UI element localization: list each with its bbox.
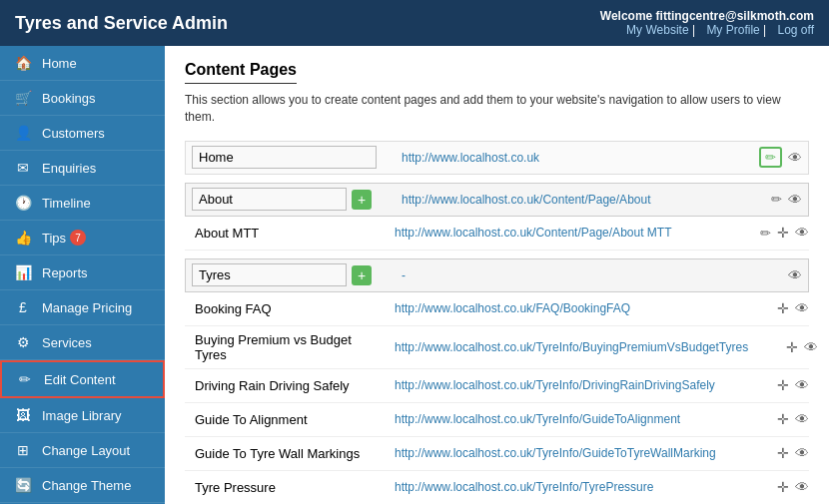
table-row: http://www.localhost.co.uk ✏ 👁 bbox=[185, 141, 809, 175]
tyres-row-url: - bbox=[392, 268, 732, 282]
main-content: Content Pages This section allows you to… bbox=[165, 46, 829, 504]
sidebar-item-change-layout[interactable]: ⊞ Change Layout bbox=[0, 433, 165, 468]
buying-premium-name: Buying Premium vs Budget Tyres bbox=[185, 332, 385, 362]
sidebar-label-home: Home bbox=[42, 56, 77, 71]
sidebar-label-change-layout: Change Layout bbox=[42, 443, 130, 458]
timeline-icon: 🕐 bbox=[12, 195, 34, 211]
guide-tyre-wall-view-icon[interactable]: 👁 bbox=[795, 445, 809, 461]
driving-rain-move-icon[interactable]: ✛ bbox=[777, 377, 789, 393]
booking-faq-actions: ✛ 👁 bbox=[739, 300, 809, 316]
sidebar-item-services[interactable]: ⚙ Services bbox=[0, 325, 165, 360]
guide-alignment-actions: ✛ 👁 bbox=[739, 411, 809, 427]
about-mtt-move-icon[interactable]: ✛ bbox=[777, 225, 789, 241]
home-row-name bbox=[192, 146, 392, 169]
my-profile-link[interactable]: My Profile bbox=[706, 23, 759, 37]
sidebar-item-enquiries[interactable]: ✉ Enquiries bbox=[0, 151, 165, 186]
log-off-link[interactable]: Log off bbox=[778, 23, 814, 37]
guide-tyre-wall-move-icon[interactable]: ✛ bbox=[777, 445, 789, 461]
about-view-icon[interactable]: 👁 bbox=[788, 192, 802, 208]
edit-icon[interactable]: ✏ bbox=[759, 147, 782, 168]
sidebar-label-image-library: Image Library bbox=[42, 408, 121, 423]
guide-tyre-wall-url: http://www.localhost.co.uk/TyreInfo/Guid… bbox=[385, 446, 739, 460]
table-row: Guide To Tyre Wall Markings http://www.l… bbox=[185, 437, 809, 471]
sidebar-label-timeline: Timeline bbox=[42, 196, 91, 211]
table-row: + http://www.localhost.co.uk/Content/Pag… bbox=[185, 183, 809, 217]
services-icon: ⚙ bbox=[12, 334, 34, 350]
my-website-link[interactable]: My Website bbox=[626, 23, 688, 37]
about-mtt-name: About MTT bbox=[185, 226, 385, 241]
tyres-name-input[interactable] bbox=[192, 263, 347, 286]
sidebar-item-tips[interactable]: 👍 Tips 7 bbox=[0, 221, 165, 255]
table-row: Tyre Pressure http://www.localhost.co.uk… bbox=[185, 471, 809, 504]
home-row-url: http://www.localhost.co.uk bbox=[392, 151, 732, 165]
bookings-icon: 🛒 bbox=[12, 90, 34, 106]
image-library-icon: 🖼 bbox=[12, 407, 34, 423]
table-row: Guide To Alignment http://www.localhost.… bbox=[185, 403, 809, 437]
sidebar-item-edit-content[interactable]: ✏ Edit Content bbox=[0, 360, 165, 398]
about-mtt-view-icon[interactable]: 👁 bbox=[795, 225, 809, 241]
tyres-add-button[interactable]: + bbox=[352, 265, 372, 285]
table-row: Booking FAQ http://www.localhost.co.uk/F… bbox=[185, 292, 809, 326]
about-name-input[interactable] bbox=[192, 188, 347, 211]
about-row-url: http://www.localhost.co.uk/Content/Page/… bbox=[392, 193, 732, 207]
table-row: Buying Premium vs Budget Tyres http://ww… bbox=[185, 326, 809, 369]
sidebar-item-manage-pricing[interactable]: £ Manage Pricing bbox=[0, 290, 165, 325]
sidebar-item-bookings[interactable]: 🛒 Bookings bbox=[0, 81, 165, 116]
booking-faq-url: http://www.localhost.co.uk/FAQ/BookingFA… bbox=[385, 301, 739, 315]
app-title: Tyres and Service Admin bbox=[15, 13, 228, 34]
tyre-pressure-view-icon[interactable]: 👁 bbox=[795, 479, 809, 495]
tips-badge: 7 bbox=[70, 230, 86, 246]
guide-alignment-name: Guide To Alignment bbox=[185, 412, 385, 427]
guide-alignment-move-icon[interactable]: ✛ bbox=[777, 411, 789, 427]
tyre-pressure-name: Tyre Pressure bbox=[185, 480, 385, 495]
sidebar-item-reports[interactable]: 📊 Reports bbox=[0, 255, 165, 290]
sidebar-item-image-library[interactable]: 🖼 Image Library bbox=[0, 398, 165, 433]
buying-premium-url: http://www.localhost.co.uk/TyreInfo/Buyi… bbox=[385, 340, 748, 354]
about-mtt-edit-icon[interactable]: ✏ bbox=[760, 226, 771, 241]
change-theme-icon: 🔄 bbox=[12, 477, 34, 493]
header: Tyres and Service Admin Welcome fittingc… bbox=[0, 0, 829, 46]
tyre-pressure-move-icon[interactable]: ✛ bbox=[777, 479, 789, 495]
tyre-pressure-actions: ✛ 👁 bbox=[739, 479, 809, 495]
about-group-name-container: + bbox=[192, 188, 392, 211]
sidebar-item-customers[interactable]: 👤 Customers bbox=[0, 116, 165, 151]
sidebar-label-customers: Customers bbox=[42, 126, 105, 141]
manage-pricing-icon: £ bbox=[12, 299, 34, 315]
sidebar-label-enquiries: Enquiries bbox=[42, 161, 96, 176]
guide-tyre-wall-actions: ✛ 👁 bbox=[739, 445, 809, 461]
edit-content-icon: ✏ bbox=[14, 371, 36, 387]
driving-rain-url: http://www.localhost.co.uk/TyreInfo/Driv… bbox=[385, 378, 739, 392]
home-icon: 🏠 bbox=[12, 55, 34, 71]
about-mtt-actions: ✏ ✛ 👁 bbox=[739, 225, 809, 241]
driving-rain-name: Driving Rain Driving Safely bbox=[185, 378, 385, 393]
sidebar-label-reports: Reports bbox=[42, 265, 88, 280]
table-row: + - 👁 bbox=[185, 258, 809, 292]
table-row: Driving Rain Driving Safely http://www.l… bbox=[185, 369, 809, 403]
booking-faq-move-icon[interactable]: ✛ bbox=[777, 300, 789, 316]
buying-premium-view-icon[interactable]: 👁 bbox=[804, 339, 818, 355]
buying-premium-move-icon[interactable]: ✛ bbox=[786, 339, 798, 355]
driving-rain-actions: ✛ 👁 bbox=[739, 377, 809, 393]
booking-faq-view-icon[interactable]: 👁 bbox=[795, 300, 809, 316]
change-layout-icon: ⊞ bbox=[12, 442, 34, 458]
tyres-view-icon[interactable]: 👁 bbox=[788, 267, 802, 283]
page-description: This section allows you to create conten… bbox=[185, 92, 809, 126]
sidebar-item-timeline[interactable]: 🕐 Timeline bbox=[0, 186, 165, 221]
header-right: Welcome fittingcentre@silkmoth.com My We… bbox=[600, 9, 814, 37]
sidebar-item-change-theme[interactable]: 🔄 Change Theme bbox=[0, 468, 165, 503]
welcome-text: Welcome fittingcentre@silkmoth.com bbox=[600, 9, 814, 23]
buying-premium-actions: ✛ 👁 bbox=[748, 339, 818, 355]
about-edit-icon[interactable]: ✏ bbox=[771, 192, 782, 207]
sidebar: 🏠 Home 🛒 Bookings 👤 Customers ✉ Enquirie… bbox=[0, 46, 165, 504]
guide-alignment-view-icon[interactable]: 👁 bbox=[795, 411, 809, 427]
sidebar-label-bookings: Bookings bbox=[42, 91, 95, 106]
reports-icon: 📊 bbox=[12, 264, 34, 280]
view-icon[interactable]: 👁 bbox=[788, 150, 802, 166]
sidebar-label-tips: Tips bbox=[42, 231, 66, 246]
home-name-input[interactable] bbox=[192, 146, 377, 169]
driving-rain-view-icon[interactable]: 👁 bbox=[795, 377, 809, 393]
layout: 🏠 Home 🛒 Bookings 👤 Customers ✉ Enquirie… bbox=[0, 46, 829, 504]
sidebar-item-home[interactable]: 🏠 Home bbox=[0, 46, 165, 81]
tyres-group: + - 👁 Booking FAQ http://www.localhost.c… bbox=[185, 258, 809, 504]
about-add-button[interactable]: + bbox=[352, 190, 372, 210]
